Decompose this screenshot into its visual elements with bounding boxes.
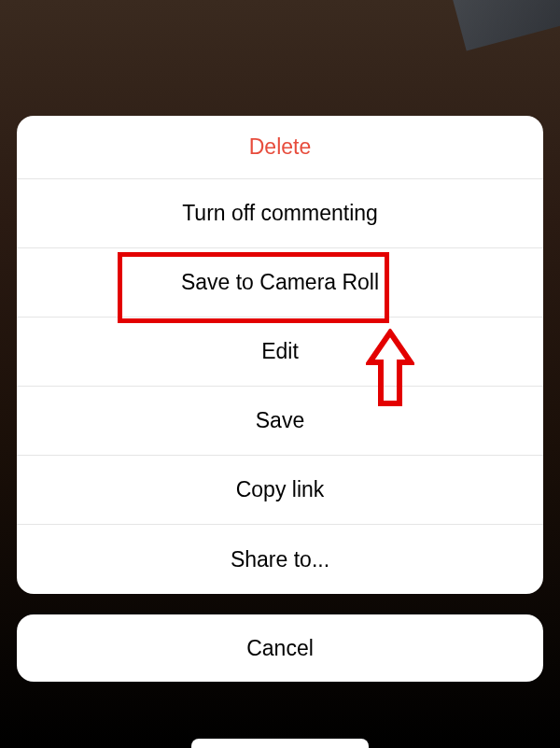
action-label: Delete <box>249 134 311 160</box>
share-to-action[interactable]: Share to... <box>17 525 543 594</box>
copy-link-action[interactable]: Copy link <box>17 456 543 525</box>
action-label: Save to Camera Roll <box>181 270 379 295</box>
cancel-label: Cancel <box>246 636 314 661</box>
action-label: Copy link <box>236 477 325 502</box>
action-sheet: Delete Turn off commenting Save to Camer… <box>17 116 543 594</box>
background-decoration <box>452 0 560 51</box>
turn-off-commenting-action[interactable]: Turn off commenting <box>17 179 543 248</box>
cancel-button[interactable]: Cancel <box>17 614 543 682</box>
action-label: Share to... <box>231 547 329 572</box>
action-label: Turn off commenting <box>182 201 378 226</box>
edit-action[interactable]: Edit <box>17 318 543 387</box>
delete-action[interactable]: Delete <box>17 116 543 179</box>
home-indicator <box>191 739 369 748</box>
action-label: Save <box>256 408 304 433</box>
save-to-camera-roll-action[interactable]: Save to Camera Roll <box>17 248 543 318</box>
action-label: Edit <box>261 339 299 364</box>
save-action[interactable]: Save <box>17 387 543 456</box>
